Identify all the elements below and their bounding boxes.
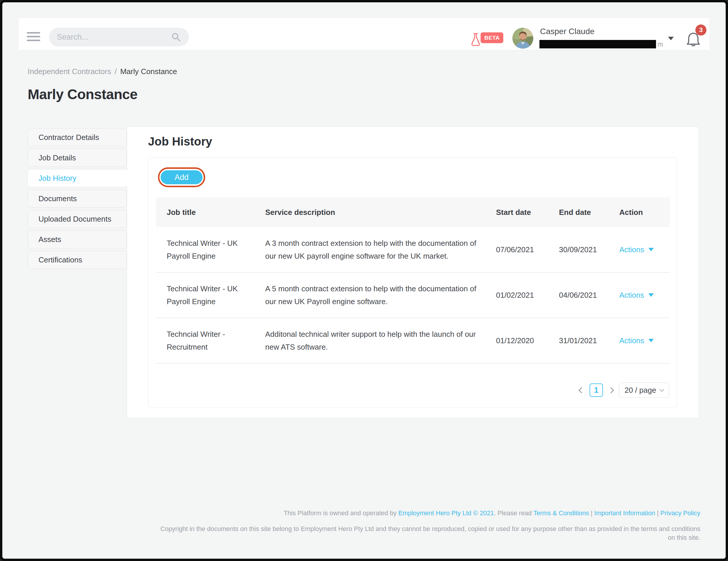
- top-header: BETA Casper Claude m: [19, 18, 709, 50]
- breadcrumb-current: Marly Constance: [120, 67, 177, 76]
- chevron-left-icon[interactable]: [578, 387, 585, 393]
- cell-end-date: 30/09/2021: [559, 243, 619, 256]
- beta-badge: BETA: [481, 32, 503, 43]
- tab-job-history[interactable]: Job History: [28, 169, 127, 187]
- cell-service-description: Additonal technical writer support to he…: [265, 328, 496, 354]
- chevron-down-icon[interactable]: [668, 37, 674, 40]
- cell-job-title: Techncial Writer - Recruitment: [167, 328, 265, 354]
- col-end-date: End date: [559, 208, 619, 217]
- important-information-link[interactable]: Important Information: [594, 509, 655, 517]
- footer-copyright-line: Copyright in the documents on this site …: [158, 525, 700, 542]
- col-job-title: Job title: [167, 208, 265, 217]
- cell-end-date: 31/01/2021: [559, 334, 619, 347]
- page-size-select[interactable]: 20 / page: [619, 383, 669, 398]
- app-page: BETA Casper Claude m: [2, 2, 726, 559]
- notification-count-badge[interactable]: 3: [695, 24, 706, 36]
- flask-icon: [471, 33, 480, 47]
- terms-conditions-link[interactable]: Terms & Conditions: [533, 509, 589, 517]
- cell-end-date: 04/06/2021: [559, 289, 619, 302]
- tab-job-details[interactable]: Job Details: [28, 149, 127, 167]
- chevron-right-icon[interactable]: [608, 387, 614, 393]
- col-service-description: Service description: [265, 208, 496, 217]
- chevron-down-icon: [660, 387, 664, 392]
- redacted-email: [539, 40, 656, 48]
- search-input[interactable]: [49, 28, 189, 46]
- col-action: Action: [619, 208, 670, 217]
- tab-contractor-details[interactable]: Contractor Details: [28, 128, 127, 146]
- add-button-highlight-ring: Add: [158, 167, 205, 187]
- email-suffix: m: [657, 41, 663, 48]
- chevron-down-icon: [648, 339, 654, 342]
- breadcrumb-separator: /: [115, 67, 117, 76]
- tab-uploaded-documents[interactable]: Uploaded Documents: [28, 210, 127, 228]
- employment-hero-link[interactable]: Employment Hero Pty Ltd © 2021: [398, 509, 494, 517]
- chevron-down-icon: [648, 248, 654, 251]
- cell-start-date: 01/02/2021: [496, 289, 559, 302]
- footer-legal-line: This Platform is owned and operated by E…: [158, 509, 700, 518]
- breadcrumb: Independent Contractors/Marly Constance: [28, 67, 177, 76]
- avatar[interactable]: [512, 28, 533, 49]
- chevron-down-icon: [648, 293, 654, 297]
- beta-indicator: BETA: [471, 30, 515, 48]
- page-number[interactable]: 1: [590, 384, 603, 397]
- pagination: 1 20 / page: [579, 383, 669, 398]
- cell-start-date: 07/06/2021: [496, 243, 559, 256]
- tab-assets[interactable]: Assets: [28, 230, 127, 248]
- table-row: Technical Writer - UK Payroll Engine A 5…: [156, 272, 670, 318]
- hamburger-menu-icon[interactable]: [27, 32, 40, 41]
- actions-dropdown[interactable]: Actions: [619, 334, 670, 347]
- user-name[interactable]: Casper Claude: [540, 27, 595, 36]
- footer: This Platform is owned and operated by E…: [158, 509, 700, 542]
- privacy-policy-link[interactable]: Privacy Policy: [660, 509, 700, 517]
- tab-documents[interactable]: Documents: [28, 189, 127, 207]
- search-icon: [171, 32, 181, 42]
- page-title: Marly Constance: [28, 86, 138, 102]
- job-history-panel: Job History Add Job title Service descri…: [127, 126, 699, 418]
- panel-heading: Job History: [148, 135, 212, 148]
- cell-service-description: A 5 month contract extension to help wit…: [265, 282, 496, 308]
- tab-certifications[interactable]: Certifications: [28, 251, 127, 269]
- actions-dropdown[interactable]: Actions: [619, 243, 670, 256]
- cell-start-date: 01/12/2020: [496, 334, 559, 347]
- actions-dropdown[interactable]: Actions: [619, 289, 670, 302]
- contractor-tabs-sidebar: Contractor Details Job Details Job Histo…: [28, 128, 127, 271]
- table-row: Technical Writer - UK Payroll Engine A 3…: [156, 227, 670, 272]
- cell-job-title: Technical Writer - UK Payroll Engine: [167, 237, 265, 262]
- job-history-table: Job title Service description Start date…: [156, 197, 670, 364]
- breadcrumb-parent-link[interactable]: Independent Contractors: [28, 67, 111, 76]
- table-header-row: Job title Service description Start date…: [156, 197, 670, 227]
- table-row: Techncial Writer - Recruitment Additonal…: [156, 318, 670, 364]
- global-search: [49, 28, 189, 46]
- job-history-card: Add Job title Service description Start …: [148, 157, 677, 408]
- add-button[interactable]: Add: [161, 170, 203, 184]
- cell-service-description: A 3 month contract extension to help wit…: [265, 237, 496, 262]
- screenshot-frame: BETA Casper Claude m: [0, 0, 728, 561]
- col-start-date: Start date: [496, 208, 559, 217]
- cell-job-title: Technical Writer - UK Payroll Engine: [167, 282, 265, 308]
